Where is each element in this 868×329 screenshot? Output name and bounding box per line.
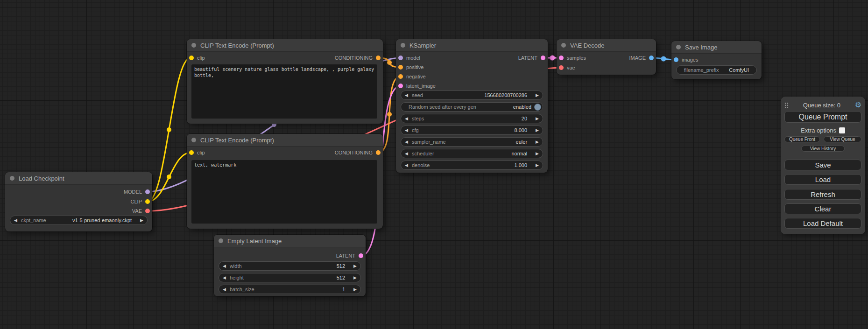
widget-width[interactable]: ◀ width 512 ▶ xyxy=(219,261,361,271)
widget-steps[interactable]: ◀ steps 20 ▶ xyxy=(401,114,543,123)
increment-arrow-icon[interactable]: ▶ xyxy=(532,161,543,170)
decrement-arrow-icon[interactable]: ◀ xyxy=(401,161,412,170)
node-graph-canvas[interactable]: Load Checkpoint MODEL CLIP VAE ◀ ckpt_na… xyxy=(0,0,868,329)
widget-denoise[interactable]: ◀ denoise 1.000 ▶ xyxy=(401,161,543,170)
decrement-arrow-icon[interactable]: ◀ xyxy=(219,273,230,282)
queue-front-button[interactable]: Queue Front xyxy=(784,136,820,142)
queue-prompt-button[interactable]: Queue Prompt xyxy=(784,111,861,123)
collapse-dot-icon[interactable] xyxy=(676,45,681,49)
collapse-dot-icon[interactable] xyxy=(401,43,405,48)
decrement-arrow-icon[interactable]: ◀ xyxy=(401,126,412,135)
load-default-button[interactable]: Load Default xyxy=(784,218,861,229)
increment-arrow-icon[interactable]: ▶ xyxy=(136,216,147,225)
widget-sampler-name[interactable]: ◀ sampler_name euler ▶ xyxy=(401,137,543,147)
input-port-images[interactable]: images xyxy=(674,55,698,64)
decrement-arrow-icon[interactable]: ◀ xyxy=(401,137,412,147)
drag-handle-icon[interactable] xyxy=(784,102,789,108)
collapse-dot-icon[interactable] xyxy=(191,138,196,142)
port-dot-vae[interactable] xyxy=(145,209,150,213)
increment-arrow-icon[interactable]: ▶ xyxy=(532,114,543,123)
extra-options-checkbox[interactable] xyxy=(839,127,845,133)
clear-button[interactable]: Clear xyxy=(784,203,861,214)
decrement-arrow-icon[interactable]: ◀ xyxy=(401,149,412,158)
port-dot-conditioning[interactable] xyxy=(398,74,403,79)
view-queue-button[interactable]: View Queue xyxy=(824,136,861,142)
port-dot-latent[interactable] xyxy=(541,56,545,60)
widget-seed[interactable]: ◀ seed 156680208700286 ▶ xyxy=(401,91,543,100)
port-dot-latent[interactable] xyxy=(559,56,564,60)
increment-arrow-icon[interactable]: ▶ xyxy=(350,285,360,294)
output-port-conditioning[interactable]: CONDITIONING xyxy=(335,53,381,63)
widget-height[interactable]: ◀ height 512 ▶ xyxy=(219,273,361,282)
port-dot-image[interactable] xyxy=(649,56,654,60)
input-port-negative[interactable]: negative xyxy=(398,72,426,81)
port-dot-clip[interactable] xyxy=(145,199,150,204)
node-titlebar[interactable]: Empty Latent Image xyxy=(214,235,366,247)
output-port-conditioning[interactable]: CONDITIONING xyxy=(335,148,381,157)
node-titlebar[interactable]: Load Checkpoint xyxy=(5,172,152,185)
node-titlebar[interactable]: VAE Decode xyxy=(557,39,656,52)
decrement-arrow-icon[interactable]: ◀ xyxy=(219,261,230,271)
port-dot-conditioning[interactable] xyxy=(398,65,403,70)
collapse-dot-icon[interactable] xyxy=(191,43,196,48)
toggle-icon[interactable] xyxy=(534,104,541,111)
collapse-dot-icon[interactable] xyxy=(561,43,566,48)
increment-arrow-icon[interactable]: ▶ xyxy=(532,126,543,135)
port-dot-latent[interactable] xyxy=(359,253,363,258)
widget-batch-size[interactable]: ◀ batch_size 1 ▶ xyxy=(219,285,361,294)
load-button[interactable]: Load xyxy=(784,174,861,185)
widget-filename-prefix[interactable]: filename_prefix ComfyUI xyxy=(676,65,757,75)
port-dot-latent[interactable] xyxy=(398,84,403,88)
widget-cfg[interactable]: ◀ cfg 8.000 ▶ xyxy=(401,126,543,135)
widget-ckpt-name[interactable]: ◀ ckpt_name v1-5-pruned-emaonly.ckpt ▶ xyxy=(10,216,148,225)
node-titlebar[interactable]: KSampler xyxy=(396,39,548,52)
output-port-latent[interactable]: LATENT xyxy=(518,53,545,63)
node-titlebar[interactable]: CLIP Text Encode (Prompt) xyxy=(187,134,383,147)
node-titlebar[interactable]: Save Image xyxy=(671,41,762,54)
node-ksampler[interactable]: KSampler model positive negative latent_… xyxy=(396,39,548,173)
port-dot-conditioning[interactable] xyxy=(376,150,381,155)
node-vae-decode[interactable]: VAE Decode samples vae IMAGE xyxy=(557,39,656,75)
increment-arrow-icon[interactable]: ▶ xyxy=(532,91,543,100)
node-load-checkpoint[interactable]: Load Checkpoint MODEL CLIP VAE ◀ ckpt_na… xyxy=(5,172,152,231)
port-dot-conditioning[interactable] xyxy=(376,56,381,60)
input-port-latent-image[interactable]: latent_image xyxy=(398,81,436,91)
prompt-textarea[interactable]: text, watermark xyxy=(191,160,377,224)
collapse-dot-icon[interactable] xyxy=(219,238,223,243)
input-port-vae[interactable]: vae xyxy=(559,63,575,72)
output-port-latent[interactable]: LATENT xyxy=(336,251,363,260)
output-port-model[interactable]: MODEL xyxy=(124,187,150,196)
increment-arrow-icon[interactable]: ▶ xyxy=(532,149,543,158)
input-port-clip[interactable]: clip xyxy=(189,148,205,157)
output-port-clip[interactable]: CLIP xyxy=(131,197,150,206)
port-dot-image[interactable] xyxy=(674,57,678,62)
input-port-clip[interactable]: clip xyxy=(189,53,205,63)
decrement-arrow-icon[interactable]: ◀ xyxy=(401,91,412,100)
increment-arrow-icon[interactable]: ▶ xyxy=(350,273,360,282)
widget-scheduler[interactable]: ◀ scheduler normal ▶ xyxy=(401,149,543,158)
save-button[interactable]: Save xyxy=(784,160,861,170)
increment-arrow-icon[interactable]: ▶ xyxy=(532,137,543,147)
node-empty-latent-image[interactable]: Empty Latent Image LATENT ◀ width 512 ▶ … xyxy=(214,235,366,296)
decrement-arrow-icon[interactable]: ◀ xyxy=(401,114,412,123)
port-dot-vae[interactable] xyxy=(559,65,564,70)
refresh-button[interactable]: Refresh xyxy=(784,189,861,200)
input-port-positive[interactable]: positive xyxy=(398,63,423,72)
widget-random-seed[interactable]: Random seed after every gen enabled xyxy=(401,102,543,112)
port-dot-clip[interactable] xyxy=(189,150,194,155)
output-port-image[interactable]: IMAGE xyxy=(629,53,654,63)
collapse-dot-icon[interactable] xyxy=(10,176,14,181)
output-port-vae[interactable]: VAE xyxy=(132,206,150,216)
node-clip-text-encode-positive[interactable]: CLIP Text Encode (Prompt) clip CONDITION… xyxy=(187,39,383,124)
decrement-arrow-icon[interactable]: ◀ xyxy=(10,216,21,225)
port-dot-clip[interactable] xyxy=(189,56,194,60)
decrement-arrow-icon[interactable]: ◀ xyxy=(219,285,230,294)
node-clip-text-encode-negative[interactable]: CLIP Text Encode (Prompt) clip CONDITION… xyxy=(187,134,383,229)
input-port-samples[interactable]: samples xyxy=(559,53,586,63)
port-dot-model[interactable] xyxy=(145,189,150,194)
port-dot-model[interactable] xyxy=(398,56,403,60)
node-save-image[interactable]: Save Image images filename_prefix ComfyU… xyxy=(671,41,762,79)
prompt-textarea[interactable]: beautiful scenery nature glass bottle la… xyxy=(191,64,377,119)
gear-icon[interactable]: ⚙ xyxy=(855,101,861,109)
increment-arrow-icon[interactable]: ▶ xyxy=(350,261,360,271)
